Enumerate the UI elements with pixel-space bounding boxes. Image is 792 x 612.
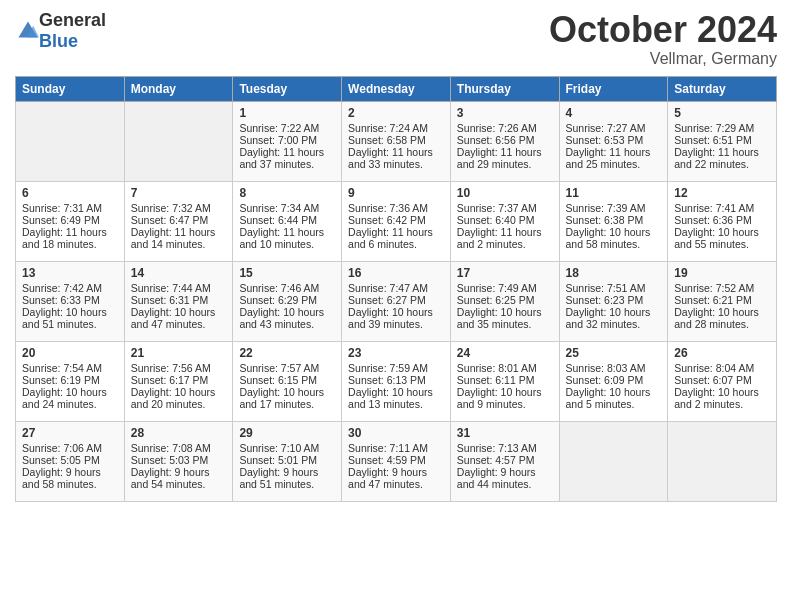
day-number: 9 — [348, 186, 444, 200]
day-info: Sunrise: 7:24 AM — [348, 122, 444, 134]
day-info: Sunrise: 7:37 AM — [457, 202, 553, 214]
day-info: Sunset: 6:27 PM — [348, 294, 444, 306]
day-number: 15 — [239, 266, 335, 280]
day-number: 23 — [348, 346, 444, 360]
day-info: Daylight: 10 hours and 13 minutes. — [348, 386, 444, 410]
calendar-cell: 30Sunrise: 7:11 AMSunset: 4:59 PMDayligh… — [342, 421, 451, 501]
logo: General Blue — [15, 10, 106, 52]
location-label: Vellmar, Germany — [549, 50, 777, 68]
day-number: 4 — [566, 106, 662, 120]
calendar-cell: 15Sunrise: 7:46 AMSunset: 6:29 PMDayligh… — [233, 261, 342, 341]
day-info: Sunset: 6:58 PM — [348, 134, 444, 146]
day-info: Daylight: 11 hours and 18 minutes. — [22, 226, 118, 250]
day-info: Daylight: 9 hours and 58 minutes. — [22, 466, 118, 490]
logo-blue: Blue — [39, 31, 78, 51]
month-title: October 2024 — [549, 10, 777, 50]
day-number: 19 — [674, 266, 770, 280]
day-header-monday: Monday — [124, 76, 233, 101]
day-number: 27 — [22, 426, 118, 440]
day-header-friday: Friday — [559, 76, 668, 101]
day-info: Sunset: 6:47 PM — [131, 214, 227, 226]
day-info: Sunrise: 7:56 AM — [131, 362, 227, 374]
calendar-cell: 24Sunrise: 8:01 AMSunset: 6:11 PMDayligh… — [450, 341, 559, 421]
calendar-table: SundayMondayTuesdayWednesdayThursdayFrid… — [15, 76, 777, 502]
day-number: 22 — [239, 346, 335, 360]
day-number: 13 — [22, 266, 118, 280]
day-info: Daylight: 11 hours and 33 minutes. — [348, 146, 444, 170]
day-info: Sunset: 6:07 PM — [674, 374, 770, 386]
day-number: 14 — [131, 266, 227, 280]
day-info: Sunrise: 7:54 AM — [22, 362, 118, 374]
day-info: Daylight: 11 hours and 10 minutes. — [239, 226, 335, 250]
day-info: Sunrise: 7:39 AM — [566, 202, 662, 214]
day-info: Sunset: 6:42 PM — [348, 214, 444, 226]
day-info: Daylight: 10 hours and 5 minutes. — [566, 386, 662, 410]
day-info: Sunrise: 7:42 AM — [22, 282, 118, 294]
logo-general: General — [39, 10, 106, 30]
day-info: Daylight: 10 hours and 28 minutes. — [674, 306, 770, 330]
day-info: Daylight: 11 hours and 14 minutes. — [131, 226, 227, 250]
day-header-sunday: Sunday — [16, 76, 125, 101]
day-info: Sunrise: 8:03 AM — [566, 362, 662, 374]
day-info: Sunrise: 7:51 AM — [566, 282, 662, 294]
day-info: Sunset: 6:56 PM — [457, 134, 553, 146]
calendar-cell: 13Sunrise: 7:42 AMSunset: 6:33 PMDayligh… — [16, 261, 125, 341]
calendar-cell: 18Sunrise: 7:51 AMSunset: 6:23 PMDayligh… — [559, 261, 668, 341]
calendar-cell: 21Sunrise: 7:56 AMSunset: 6:17 PMDayligh… — [124, 341, 233, 421]
day-info: Sunrise: 7:27 AM — [566, 122, 662, 134]
calendar-cell: 27Sunrise: 7:06 AMSunset: 5:05 PMDayligh… — [16, 421, 125, 501]
day-info: Sunset: 6:15 PM — [239, 374, 335, 386]
calendar-cell: 17Sunrise: 7:49 AMSunset: 6:25 PMDayligh… — [450, 261, 559, 341]
calendar-page: General Blue October 2024 Vellmar, Germa… — [0, 0, 792, 512]
day-info: Daylight: 11 hours and 6 minutes. — [348, 226, 444, 250]
calendar-cell: 8Sunrise: 7:34 AMSunset: 6:44 PMDaylight… — [233, 181, 342, 261]
day-info: Sunrise: 7:46 AM — [239, 282, 335, 294]
day-info: Sunrise: 7:08 AM — [131, 442, 227, 454]
day-info: Sunset: 6:40 PM — [457, 214, 553, 226]
day-info: Sunrise: 7:49 AM — [457, 282, 553, 294]
day-info: Sunrise: 7:13 AM — [457, 442, 553, 454]
day-info: Sunset: 7:00 PM — [239, 134, 335, 146]
day-info: Daylight: 11 hours and 37 minutes. — [239, 146, 335, 170]
day-info: Sunset: 5:05 PM — [22, 454, 118, 466]
day-info: Daylight: 10 hours and 58 minutes. — [566, 226, 662, 250]
day-info: Daylight: 10 hours and 35 minutes. — [457, 306, 553, 330]
day-info: Sunrise: 8:04 AM — [674, 362, 770, 374]
logo-icon — [17, 20, 39, 42]
day-number: 26 — [674, 346, 770, 360]
day-info: Sunrise: 7:10 AM — [239, 442, 335, 454]
day-number: 17 — [457, 266, 553, 280]
day-info: Sunrise: 7:47 AM — [348, 282, 444, 294]
day-info: Sunset: 6:29 PM — [239, 294, 335, 306]
day-info: Daylight: 9 hours and 51 minutes. — [239, 466, 335, 490]
calendar-cell: 23Sunrise: 7:59 AMSunset: 6:13 PMDayligh… — [342, 341, 451, 421]
calendar-cell: 3Sunrise: 7:26 AMSunset: 6:56 PMDaylight… — [450, 101, 559, 181]
day-info: Daylight: 10 hours and 32 minutes. — [566, 306, 662, 330]
day-info: Sunrise: 7:11 AM — [348, 442, 444, 454]
day-info: Sunrise: 7:44 AM — [131, 282, 227, 294]
day-info: Daylight: 10 hours and 39 minutes. — [348, 306, 444, 330]
day-info: Daylight: 10 hours and 55 minutes. — [674, 226, 770, 250]
day-header-tuesday: Tuesday — [233, 76, 342, 101]
day-header-saturday: Saturday — [668, 76, 777, 101]
day-info: Sunset: 6:36 PM — [674, 214, 770, 226]
day-header-wednesday: Wednesday — [342, 76, 451, 101]
calendar-cell: 16Sunrise: 7:47 AMSunset: 6:27 PMDayligh… — [342, 261, 451, 341]
day-info: Sunset: 6:21 PM — [674, 294, 770, 306]
day-info: Sunset: 6:11 PM — [457, 374, 553, 386]
day-number: 21 — [131, 346, 227, 360]
title-block: October 2024 Vellmar, Germany — [549, 10, 777, 68]
day-number: 3 — [457, 106, 553, 120]
calendar-cell: 6Sunrise: 7:31 AMSunset: 6:49 PMDaylight… — [16, 181, 125, 261]
day-info: Sunrise: 8:01 AM — [457, 362, 553, 374]
day-number: 2 — [348, 106, 444, 120]
calendar-cell: 22Sunrise: 7:57 AMSunset: 6:15 PMDayligh… — [233, 341, 342, 421]
calendar-cell: 26Sunrise: 8:04 AMSunset: 6:07 PMDayligh… — [668, 341, 777, 421]
day-number: 28 — [131, 426, 227, 440]
calendar-cell: 4Sunrise: 7:27 AMSunset: 6:53 PMDaylight… — [559, 101, 668, 181]
week-row: 6Sunrise: 7:31 AMSunset: 6:49 PMDaylight… — [16, 181, 777, 261]
day-info: Daylight: 9 hours and 54 minutes. — [131, 466, 227, 490]
calendar-cell: 9Sunrise: 7:36 AMSunset: 6:42 PMDaylight… — [342, 181, 451, 261]
day-info: Sunset: 4:59 PM — [348, 454, 444, 466]
day-info: Sunset: 6:17 PM — [131, 374, 227, 386]
